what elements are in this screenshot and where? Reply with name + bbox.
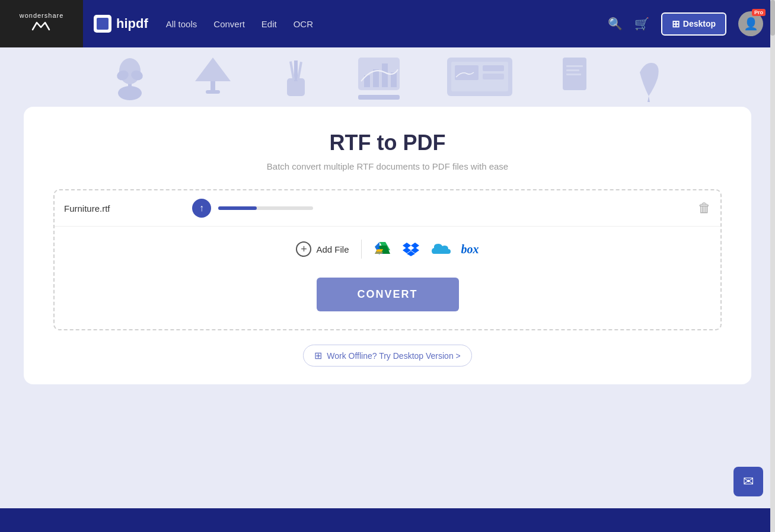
main-card: RTF to PDF Batch convert multiple RTF do… xyxy=(24,107,751,384)
svg-rect-23 xyxy=(566,65,583,67)
box-button[interactable]: box xyxy=(461,243,479,256)
google-drive-icon xyxy=(374,241,391,257)
desktop-label: Desktop xyxy=(683,19,716,28)
logo-area: wondershare xyxy=(0,0,83,47)
svg-rect-6 xyxy=(206,90,220,94)
svg-rect-19 xyxy=(455,65,479,80)
hipdf-name: hipdf xyxy=(116,16,148,31)
nav-all-tools[interactable]: All tools xyxy=(166,19,197,29)
google-drive-button[interactable] xyxy=(374,241,391,257)
cart-button[interactable]: 🛒 xyxy=(634,17,649,31)
add-file-label: Add File xyxy=(316,244,349,254)
cloud-storage-icons: box xyxy=(374,240,479,259)
pen-illustration xyxy=(634,55,664,102)
float-message-button[interactable]: ✉ xyxy=(733,467,763,496)
svg-rect-16 xyxy=(358,95,400,100)
plant-illustration xyxy=(112,55,148,102)
banner-illustrations xyxy=(112,55,664,102)
upload-progress: ↑ xyxy=(192,199,688,218)
add-file-button[interactable]: + Add File xyxy=(296,241,349,257)
svg-rect-25 xyxy=(566,74,581,75)
convert-button[interactable]: CONVERT xyxy=(317,278,459,311)
delete-file-button[interactable]: 🗑 xyxy=(698,200,711,216)
banner-area xyxy=(0,47,775,107)
nav-actions: 🔍 🛒 ⊞ Desktop 👤 Pro xyxy=(608,11,763,36)
lamp-illustration xyxy=(189,55,237,102)
convert-button-wrapper: CONVERT xyxy=(55,278,720,311)
svg-rect-24 xyxy=(566,69,579,71)
hipdf-logo-icon xyxy=(94,15,111,33)
document-illustration xyxy=(557,55,592,102)
scrollbar-thumb[interactable] xyxy=(770,0,775,36)
page-title: RTF to PDF xyxy=(53,130,722,155)
avatar-wrapper[interactable]: 👤 Pro xyxy=(738,11,763,36)
progress-bar-bg xyxy=(218,206,313,210)
nav-links: All tools Convert Edit OCR xyxy=(166,19,608,29)
pro-badge: Pro xyxy=(752,9,766,16)
barchart-illustration xyxy=(355,55,403,102)
desktop-button[interactable]: ⊞ Desktop xyxy=(661,12,726,36)
navbar: wondershare hipdf All tools Convert Edit… xyxy=(0,0,775,47)
add-file-row: + Add File xyxy=(55,227,720,272)
progress-bar-fill xyxy=(218,206,257,210)
desktop-link-icon: ⊞ xyxy=(314,350,322,361)
svg-rect-14 xyxy=(382,63,388,87)
divider-vertical xyxy=(361,240,362,259)
onedrive-icon xyxy=(430,241,451,256)
footer-bar xyxy=(0,508,775,532)
onedrive-button[interactable] xyxy=(430,241,451,258)
svg-rect-21 xyxy=(483,74,504,79)
upload-circle-icon: ↑ xyxy=(192,199,211,218)
offline-link-text: Work Offline? Try Desktop Version > xyxy=(327,351,461,361)
upload-area: Furniture.rtf ↑ 🗑 + Add File xyxy=(53,189,722,330)
monitor-illustration xyxy=(444,55,515,102)
nav-edit[interactable]: Edit xyxy=(261,19,277,29)
page-subtitle: Batch convert multiple RTF documents to … xyxy=(53,161,722,171)
offline-link-row: ⊞ Work Offline? Try Desktop Version > xyxy=(53,345,722,367)
offline-desktop-link[interactable]: ⊞ Work Offline? Try Desktop Version > xyxy=(303,345,472,367)
svg-rect-20 xyxy=(483,65,504,71)
dropbox-button[interactable] xyxy=(402,240,420,259)
search-button[interactable]: 🔍 xyxy=(608,17,623,31)
nav-ocr[interactable]: OCR xyxy=(294,19,313,29)
dropbox-icon xyxy=(402,240,420,257)
svg-rect-13 xyxy=(373,69,379,87)
hipdf-brand[interactable]: hipdf xyxy=(94,15,148,33)
wondershare-logo-icon xyxy=(30,19,53,33)
file-name: Furniture.rtf xyxy=(64,203,183,214)
add-file-circle-icon: + xyxy=(296,241,311,257)
file-row: Furniture.rtf ↑ 🗑 xyxy=(55,190,720,227)
pencil-cup-illustration xyxy=(278,55,314,102)
desktop-icon: ⊞ xyxy=(672,18,680,30)
brand-name: wondershare xyxy=(20,12,64,19)
box-logo-text: box xyxy=(461,243,479,256)
nav-convert[interactable]: Convert xyxy=(213,19,245,29)
scrollbar-track xyxy=(770,0,775,532)
